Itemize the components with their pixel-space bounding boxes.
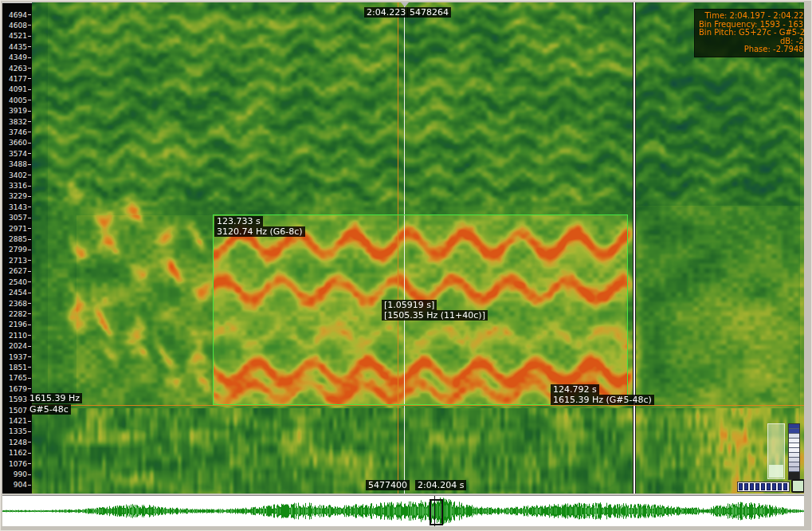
freq-axis-tick xyxy=(28,46,31,47)
freq-axis-tick xyxy=(28,239,31,240)
thumbwheel-segment xyxy=(767,483,771,490)
freq-axis-label: 2454 xyxy=(9,289,27,297)
freq-axis-label: 3660 xyxy=(9,140,27,147)
right-border-strip xyxy=(804,1,812,531)
freq-axis-tick xyxy=(28,143,31,144)
selection-center-label: [1.05919 s] [1505.35 Hz (11+40c)] xyxy=(382,300,488,321)
freq-axis-tick xyxy=(28,164,31,165)
freq-axis-tick xyxy=(28,346,31,347)
freq-axis-label: 3919 xyxy=(9,108,27,115)
freq-axis-tick xyxy=(28,111,31,112)
cursor-info-box: Time: 2:04.197 - 2:04.220Bin Frequency: … xyxy=(694,9,804,57)
thumbwheel-segment xyxy=(750,483,754,490)
freq-axis-label: 3488 xyxy=(9,161,27,168)
freq-axis-tick xyxy=(28,89,31,90)
top-time-label: 2:04.223 xyxy=(364,7,408,18)
freq-axis-tick xyxy=(28,78,31,79)
thumbwheel-segment xyxy=(778,483,782,490)
freq-axis-label: 3316 xyxy=(9,183,27,190)
freq-axis-label: 4521 xyxy=(9,33,27,40)
frequency-cursor-line xyxy=(32,405,804,406)
zoom-reset-button[interactable] xyxy=(791,479,804,493)
freq-axis-tick xyxy=(28,175,31,175)
freq-axis-label: 1593 xyxy=(9,396,27,403)
freq-axis-tick xyxy=(28,36,31,37)
bottom-time-label: 2:04.204 s xyxy=(415,480,466,490)
info-line: Time: 2:04.197 - 2:04.220 xyxy=(699,12,804,21)
thumbwheel-segment xyxy=(761,483,765,490)
freq-axis-label: 2024 xyxy=(9,343,27,350)
top-frame-label: 5478264 xyxy=(407,7,451,18)
freq-axis-label: 990 xyxy=(14,471,27,478)
freq-axis-label: 1507 xyxy=(9,407,27,415)
freq-axis-label: 1162 xyxy=(9,450,27,457)
freq-axis-tick xyxy=(28,421,31,422)
freq-axis-tick xyxy=(28,218,31,218)
freq-axis-label: 1937 xyxy=(9,354,27,361)
freq-axis-label: 1421 xyxy=(9,418,27,425)
freq-axis-tick xyxy=(28,271,31,272)
top-time-value: 2:04.223 xyxy=(364,7,408,18)
freq-axis-label: 2196 xyxy=(9,321,27,328)
overview-waveform-canvas[interactable] xyxy=(2,496,804,526)
freq-axis-label: 1679 xyxy=(9,386,27,393)
freq-axis-tick xyxy=(28,442,31,442)
freq-axis-label: 3746 xyxy=(9,129,27,136)
freq-axis-label: 2799 xyxy=(9,246,27,254)
freq-axis-label: 2713 xyxy=(9,258,27,265)
info-line: Bin Pitch: G5+27c - G#5-26c xyxy=(699,29,804,37)
freq-axis-label: 2971 xyxy=(9,226,27,233)
scroll-indicator-thumb xyxy=(769,465,783,478)
freq-axis-tick xyxy=(28,121,31,122)
freq-axis-tick xyxy=(28,303,31,304)
overview-view-region-box[interactable] xyxy=(430,499,443,525)
freq-axis-tick xyxy=(28,196,31,197)
freq-axis-label: 2110 xyxy=(9,332,27,340)
overview-playhead-line xyxy=(434,496,435,526)
app-window: 4694460845214435434942634177409140053919… xyxy=(0,0,812,531)
freq-axis-label: 3574 xyxy=(9,151,27,158)
thumbwheel-segment xyxy=(772,483,776,490)
freq-axis-label: 3832 xyxy=(9,119,27,126)
freq-axis-tick xyxy=(28,335,31,336)
freq-axis-tick xyxy=(28,378,31,379)
freq-axis-label: 3402 xyxy=(9,172,27,179)
freq-axis-label: 4694 xyxy=(9,12,27,19)
freq-axis-label: 2368 xyxy=(9,301,27,308)
freq-axis-label: 4263 xyxy=(9,65,27,73)
freq-axis-tick xyxy=(28,186,31,187)
thumbwheel-segment xyxy=(783,483,787,490)
freq-axis-label: 1335 xyxy=(9,428,27,435)
freq-axis-tick xyxy=(28,453,31,454)
freq-axis-label: 1765 xyxy=(9,375,27,382)
freq-axis-tick xyxy=(28,100,31,100)
freq-axis-label: 2885 xyxy=(9,236,27,243)
freq-axis-label: 3229 xyxy=(9,193,27,200)
freq-axis-tick xyxy=(28,463,31,464)
bottom-border-strip xyxy=(1,526,812,531)
freq-cursor-hz-label: 1615.39 Hz xyxy=(27,393,82,403)
freq-axis-label: 4177 xyxy=(9,76,27,83)
freq-axis-label: 1248 xyxy=(9,439,27,446)
freq-axis-tick xyxy=(28,431,31,432)
freq-axis-tick xyxy=(28,153,31,154)
freq-axis-label: 4349 xyxy=(9,54,27,61)
freq-axis-tick xyxy=(28,356,31,357)
region-edge-line xyxy=(633,2,636,494)
freq-axis-tick xyxy=(28,250,31,250)
freq-axis-tick xyxy=(28,367,31,368)
freq-axis-tick xyxy=(28,293,31,293)
thumbwheel-segment xyxy=(755,483,759,490)
spectrogram-pane: 4694460845214435434942634177409140053919… xyxy=(2,2,804,494)
thumbwheel-segment xyxy=(789,467,799,472)
freq-axis-label: 4608 xyxy=(9,22,27,30)
freq-axis-tick xyxy=(28,132,31,132)
freq-axis-tick xyxy=(28,324,31,325)
freq-axis-label: 1851 xyxy=(9,364,27,372)
thumbwheel-segment xyxy=(739,483,743,490)
horizontal-zoom-thumbwheel[interactable] xyxy=(737,482,790,492)
bottom-frame-label: 5477400 xyxy=(366,480,410,490)
vertical-zoom-thumbwheel[interactable] xyxy=(788,423,800,480)
info-line: Phase: -2.79489 xyxy=(699,45,804,54)
freq-axis-tick xyxy=(28,206,31,207)
